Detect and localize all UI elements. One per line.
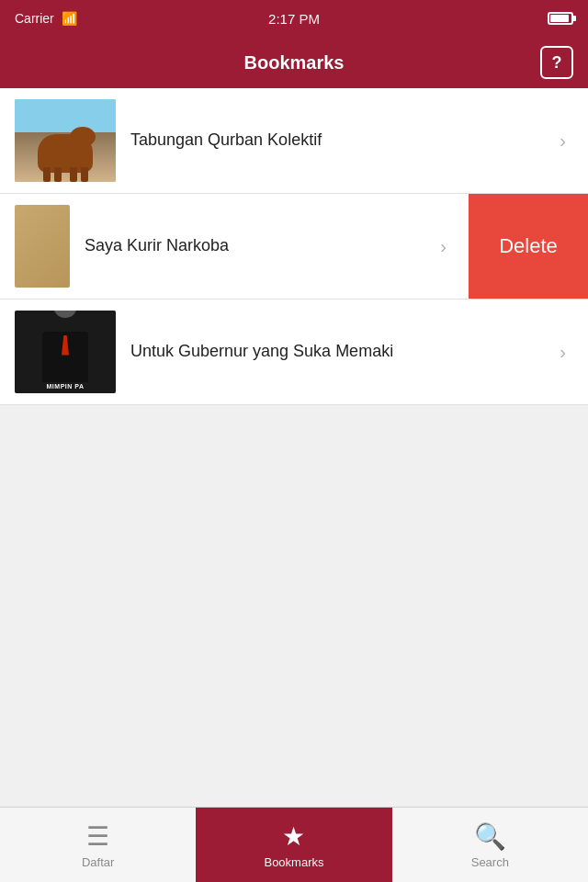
status-carrier: Carrier 📶 [15,11,77,26]
cow-leg-4 [81,167,88,182]
cow-thumbnail [15,99,116,182]
wifi-icon: 📶 [62,11,77,26]
gov-suit [42,332,88,382]
gov-thumbnail: MIMPIN PA [15,311,116,393]
item-title: Untuk Gubernur yang Suka Memaki [116,340,560,363]
list-item[interactable]: Tabungan Qurban Kolektif › [0,88,588,194]
item-title: Tabungan Qurban Kolektif [116,129,560,152]
battery-indicator [548,12,573,25]
cow-leg-3 [70,167,77,182]
list-item-inner: Tabungan Qurban Kolektif › [0,88,588,193]
cow-leg-1 [43,167,51,182]
gov-image: MIMPIN PA [15,311,116,393]
list-item-inner: MIMPIN PA Untuk Gubernur yang Suka Memak… [0,300,588,404]
delete-button[interactable]: Delete [469,194,588,299]
list-item[interactable]: MIMPIN PA Untuk Gubernur yang Suka Memak… [0,300,588,405]
bottom-nav: ☰ Daftar ★ Bookmarks 🔍 Search [0,807,588,882]
list-item-swipe[interactable]: Saya Kurir Narkoba › Delete [0,194,588,300]
app-header: Bookmarks ? [0,37,588,88]
help-button[interactable]: ? [540,46,573,79]
chevron-right-icon: › [560,342,573,363]
gov-label: MIMPIN PA [15,383,116,390]
nav-item-bookmarks[interactable]: ★ Bookmarks [196,808,391,882]
nav-label-search: Search [471,855,509,869]
cow-leg-2 [54,167,62,182]
main-content: Tabungan Qurban Kolektif › Saya Kurir Na… [0,88,588,807]
page-title: Bookmarks [244,52,345,74]
nav-label-daftar: Daftar [82,855,114,869]
battery-icon [548,12,573,25]
narko-thumbnail [15,205,70,288]
carrier-text: Carrier [15,11,54,26]
cow-head [70,127,96,147]
gov-head [53,311,77,318]
star-icon: ★ [282,821,305,852]
chevron-right-icon: › [560,130,573,152]
gov-tie [62,335,69,356]
nav-item-daftar[interactable]: ☰ Daftar [0,808,196,882]
help-icon: ? [552,53,562,73]
nav-item-search[interactable]: 🔍 Search [392,808,588,882]
bookmarks-list: Tabungan Qurban Kolektif › Saya Kurir Na… [0,88,588,405]
list-icon: ☰ [86,821,109,852]
status-bar: Carrier 📶 2:17 PM [0,0,588,37]
search-icon: 🔍 [474,821,506,852]
thumbnail [15,99,116,182]
nav-label-bookmarks: Bookmarks [264,855,323,869]
status-time: 2:17 PM [268,11,320,27]
list-item-swipe-inner: Saya Kurir Narkoba › [0,194,469,299]
chevron-right-icon: › [440,236,454,257]
item-title: Saya Kurir Narkoba [70,234,440,257]
